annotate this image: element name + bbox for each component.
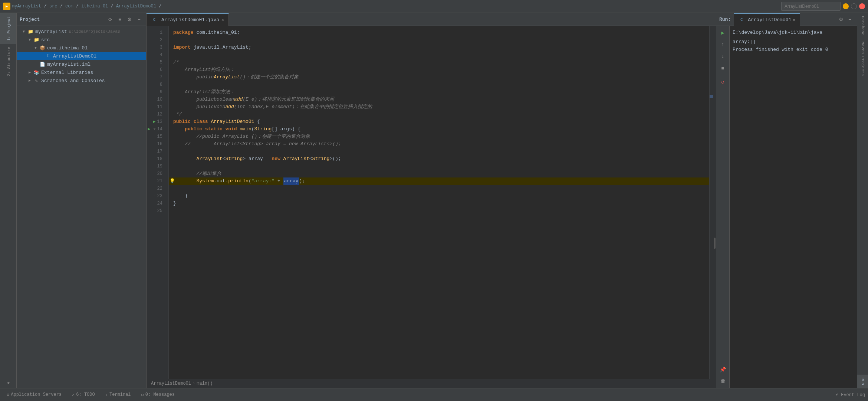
code-line-3: import java.util.ArrayList; [169, 44, 709, 51]
run-output-exit: Process finished with exit code 0 [733, 46, 854, 54]
code-line-22 [169, 185, 709, 192]
code-line-7: public ArrayList ()：创建一个空的集合对象 [169, 74, 709, 81]
close-button[interactable] [859, 3, 865, 9]
bottom-tab-messages[interactable]: ✉ 0: Messages [138, 388, 178, 401]
run-tab-label: ArrayListDemo01 [748, 17, 791, 23]
status-event-log[interactable]: ⚡ Event Log [836, 392, 865, 398]
run-output-exit-text: Process finished with exit code 0 [733, 47, 828, 52]
code-editor: 1 2 3 4 5 6 7 8 9 10 11 12 ▶13 ▶▼14 15 −… [147, 26, 716, 379]
code-line-5: /* [169, 59, 709, 66]
run-actions: ⚙ − [837, 15, 854, 23]
vertical-scrollbar[interactable] [713, 26, 716, 379]
run-rerun-button[interactable]: ↺ [718, 76, 728, 87]
run-output-result: array:[] [733, 38, 854, 46]
run-tab-close[interactable]: ✕ [793, 17, 795, 22]
scratch-icon: ✎ [33, 77, 40, 84]
run-content-area: ▶ ↑ ↓ ■ ↺ 📌 🗑 E:\develop\Java\jdk-11\bin… [716, 26, 857, 388]
search-input[interactable] [781, 2, 841, 11]
tree-arrow-ext-libs: ▶ [27, 70, 32, 75]
right-strip-run[interactable]: Run [857, 375, 868, 388]
bottom-tab-terminal-label: Terminal [109, 392, 131, 397]
minimize-button[interactable] [843, 3, 849, 9]
code-line-14: public static void main(String[] args) { [169, 125, 709, 133]
project-tree: ▼ 📁 myArrayList E:\IdeaProjects\JavaS ▼ … [17, 26, 146, 388]
tree-label-myarraylist: myArrayList [35, 29, 67, 35]
code-line-18: ArrayList<String> array = new ArrayList<… [169, 155, 709, 163]
code-line-16: // ArrayList<String> array = new ArrayLi… [169, 140, 709, 148]
sidebar-item-favorites[interactable]: ★ [0, 377, 17, 388]
code-line-10: public boolean add(E e)：将指定的元素追加到此集合的末尾 [169, 96, 709, 103]
run-tab-arraylistdemo01[interactable]: C ArrayListDemo01 ✕ [734, 13, 800, 26]
run-settings-button[interactable]: ⚙ [837, 15, 845, 23]
panel-collapse-button[interactable]: ≡ [116, 15, 124, 23]
src-icon: 📁 [33, 36, 40, 43]
maximize-button[interactable] [851, 3, 857, 9]
tree-arrow-myarraylist: ▼ [21, 29, 26, 34]
bottom-tab-app-servers-label: Application Servers [11, 392, 62, 397]
right-strip-database[interactable]: Database [857, 13, 868, 39]
code-line-11: public void add(int index,E element)：在此集… [169, 103, 709, 111]
line-number-gutter: 1 2 3 4 5 6 7 8 9 10 11 12 ▶13 ▶▼14 15 −… [147, 26, 169, 379]
status-right: ⚡ Event Log [836, 392, 865, 398]
tab-class-icon: C [151, 16, 158, 23]
tree-arrow-src: ▼ [27, 37, 32, 42]
sidebar-item-structure[interactable]: 2: Structure [0, 44, 16, 79]
warning-icon: 💡 [170, 177, 175, 185]
code-line-6: ArrayList构造方法： [169, 66, 709, 74]
breadcrumb-separator: › [193, 381, 195, 386]
code-content[interactable]: package com.itheima_01; import java.util… [169, 26, 709, 379]
right-strip-maven[interactable]: Maven Projects [857, 39, 868, 79]
java-class-icon: C [45, 53, 52, 59]
tree-item-ext-libs[interactable]: ▶ 📚 External Libraries [17, 68, 146, 76]
sidebar-item-project[interactable]: 1: Project [0, 13, 16, 44]
run-panel: Run: C ArrayListDemo01 ✕ ⚙ − ▶ ↑ ↓ ■ ↺ 📌… [716, 13, 857, 388]
highlighted-variable: array [283, 177, 299, 185]
iml-icon: 📄 [39, 61, 46, 68]
panel-settings-button[interactable]: ⚙ [125, 15, 134, 23]
run-pin-button[interactable]: 📌 [718, 364, 728, 375]
run-play-button[interactable]: ▶ [718, 27, 728, 38]
run-close-button[interactable]: − [846, 15, 854, 23]
run-clear-button[interactable]: 🗑 [718, 376, 728, 387]
tree-item-iml[interactable]: 📄 myArrayList.iml [17, 60, 146, 68]
panel-actions: ⟳ ≡ ⚙ − [106, 15, 143, 23]
run-output-array-text: array:[] [733, 39, 756, 45]
bottom-tab-terminal[interactable]: ▸ Terminal [102, 388, 135, 401]
code-line-2 [169, 36, 709, 44]
breadcrumb-class: ArrayListDemo01 [151, 381, 191, 386]
code-line-12: */ [169, 111, 709, 118]
code-line-15: //public ArrayList ()：创建一个空的集合对象 [169, 133, 709, 140]
breadcrumb-method: main() [197, 381, 213, 386]
scrollbar-thumb [714, 238, 716, 249]
run-label: Run: [719, 17, 731, 22]
panel-minimize-button[interactable]: − [135, 15, 143, 23]
tree-item-arraylistdemo01[interactable]: C ArrayListDemo01 [17, 52, 146, 60]
run-stop-button[interactable]: ■ [718, 63, 728, 74]
folder-icon: 📁 [27, 28, 34, 35]
tree-item-myarraylist[interactable]: ▼ 📁 myArrayList E:\IdeaProjects\JavaS [17, 27, 146, 36]
tree-item-package[interactable]: ▼ 📦 com.itheima_01 [17, 44, 146, 52]
main-layout: 1: Project 2: Structure ★ Project ⟳ ≡ ⚙ … [0, 13, 868, 388]
tree-item-src[interactable]: ▼ 📁 src [17, 36, 146, 44]
tree-label-scratches: Scratches and Consoles [41, 78, 105, 84]
bottom-tab-app-servers[interactable]: ⚙ Application Servers [3, 388, 65, 401]
code-line-4 [169, 51, 709, 59]
breadcrumb-area: ▶ myArrayList / src / com / itheima_01 /… [3, 3, 161, 10]
run-scroll-down-button[interactable]: ↓ [718, 51, 728, 62]
editor-tab-arraylistdemo01[interactable]: C ArrayListDemo01.java ✕ [147, 13, 229, 26]
code-line-19 [169, 163, 709, 170]
app-icon: ▶ [3, 3, 10, 10]
run-tab-icon: C [738, 16, 745, 23]
tree-arrow-iml [33, 62, 38, 67]
run-scroll-up-button[interactable]: ↑ [718, 39, 728, 50]
top-bar: ▶ myArrayList / src / com / itheima_01 /… [0, 0, 868, 13]
tree-item-scratches[interactable]: ▶ ✎ Scratches and Consoles [17, 76, 146, 85]
tab-close-button[interactable]: ✕ [221, 17, 224, 22]
bottom-tab-todo[interactable]: ✓ 6: TODO [68, 388, 99, 401]
code-line-20: //输出集合 [169, 170, 709, 177]
panel-sync-button[interactable]: ⟳ [106, 15, 114, 23]
tree-label-ext-libs: External Libraries [41, 70, 93, 75]
code-line-17 [169, 148, 709, 155]
editor-tab-bar: C ArrayListDemo01.java ✕ [147, 13, 716, 26]
tree-path-myarraylist: E:\IdeaProjects\JavaS [69, 29, 120, 34]
